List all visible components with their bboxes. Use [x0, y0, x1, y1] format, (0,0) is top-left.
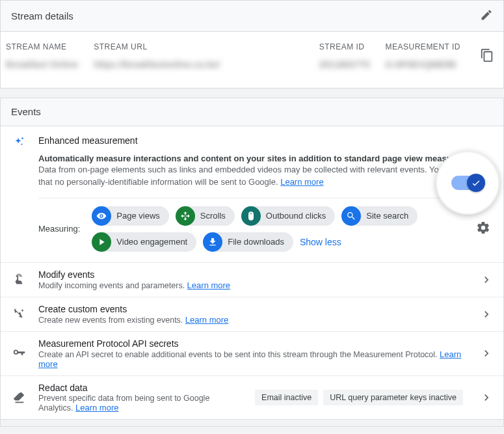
stream-id-col: STREAM ID 2011802775 — [319, 42, 370, 70]
sparkle-icon — [11, 135, 27, 252]
learn-more-link[interactable]: Learn more — [187, 280, 230, 290]
svg-point-0 — [21, 137, 23, 139]
stream-id-value: 2011802775 — [319, 59, 370, 70]
pencil-icon — [480, 8, 493, 21]
chip-outbound-clicks: Outbound clicks — [241, 206, 336, 226]
check-icon — [471, 178, 481, 188]
row-title: Modify events — [38, 269, 468, 280]
chip-file-downloads: File downloads — [203, 232, 293, 252]
chevron-right-icon — [480, 347, 493, 360]
svg-point-1 — [21, 144, 22, 145]
enhanced-measurement-section: Enhanced measurement Automatically measu… — [1, 126, 503, 262]
sparkle-cursor-icon — [12, 307, 26, 321]
stream-name-label: STREAM NAME — [6, 42, 78, 51]
search-icon — [346, 211, 356, 221]
touch-icon — [12, 273, 26, 287]
row-title: Create custom events — [38, 304, 468, 314]
enhanced-title: Enhanced measurement — [38, 135, 493, 146]
measurement-id-col: MEASUREMENT ID G-0P0EVQME9B — [386, 42, 460, 70]
copy-icon — [480, 48, 494, 62]
gear-icon — [476, 221, 490, 235]
chevron-right-icon — [480, 308, 493, 321]
stream-details-body: STREAM NAME Breakfast Online STREAM URL … — [1, 32, 503, 88]
enhanced-learn-more-link[interactable]: Learn more — [280, 177, 323, 187]
measuring-settings-button[interactable] — [473, 218, 493, 239]
copy-measurement-id-button[interactable] — [476, 44, 498, 68]
row-create-custom-events[interactable]: Create custom events Create new events f… — [1, 297, 503, 331]
chip-scrolls: Scrolls — [176, 206, 235, 226]
key-icon — [12, 346, 26, 360]
erase-icon — [12, 390, 26, 405]
mouse-icon — [246, 211, 256, 221]
chip-video-engagement: Video engagement — [92, 232, 196, 252]
measuring-chips: Page views Scrolls Outbound clicks Site … — [92, 206, 462, 252]
stream-details-title: Stream details — [11, 10, 73, 21]
measurement-id-value: G-0P0EVQME9B — [386, 59, 460, 70]
row-title: Measurement Protocol API secrets — [38, 338, 468, 349]
stream-url-value: https://breakfastonline.co.ke/ — [94, 59, 303, 70]
measuring-row: Measuring: Page views Scrolls Outbound c… — [38, 198, 493, 252]
stream-details-header: Stream details — [1, 1, 503, 32]
play-icon — [96, 237, 107, 247]
row-title: Redact data — [38, 383, 243, 393]
eye-icon — [96, 211, 107, 221]
enhanced-toggle[interactable] — [451, 176, 484, 190]
chevron-right-icon — [480, 391, 493, 404]
measuring-label: Measuring: — [38, 224, 80, 234]
tag-email-inactive: Email inactive — [255, 390, 318, 405]
enhanced-desc: Data from on-page elements such as links… — [38, 165, 492, 187]
enhanced-toggle-spotlight — [436, 151, 499, 215]
events-title: Events — [11, 106, 41, 117]
events-header: Events — [0, 98, 504, 126]
scroll-icon — [180, 211, 191, 221]
stream-url-label: STREAM URL — [94, 42, 303, 51]
stream-name-col: STREAM NAME Breakfast Online — [6, 42, 78, 70]
row-redact-data[interactable]: Redact data Prevent specific data from b… — [1, 375, 503, 419]
download-icon — [207, 237, 218, 247]
stream-details-card: Stream details STREAM NAME Breakfast Onl… — [0, 0, 504, 88]
learn-more-link[interactable]: Learn more — [75, 403, 118, 413]
learn-more-link[interactable]: Learn more — [185, 315, 228, 325]
row-modify-events[interactable]: Modify events Modify incoming events and… — [1, 262, 503, 297]
enhanced-bold: Automatically measure interactions and c… — [38, 154, 483, 163]
stream-id-label: STREAM ID — [319, 42, 370, 51]
chip-site-search: Site search — [341, 206, 418, 226]
tag-url-inactive: URL query parameter keys inactive — [323, 390, 463, 405]
stream-name-value: Breakfast Online — [6, 59, 78, 70]
stream-url-col: STREAM URL https://breakfastonline.co.ke… — [94, 42, 303, 70]
row-api-secrets[interactable]: Measurement Protocol API secrets Create … — [1, 331, 503, 375]
chip-page-views: Page views — [92, 206, 168, 226]
events-card: Enhanced measurement Automatically measu… — [0, 126, 504, 419]
chevron-right-icon — [480, 273, 493, 286]
edit-stream-button[interactable] — [480, 8, 493, 23]
show-less-link[interactable]: Show less — [300, 237, 341, 247]
redact-tags: Email inactive URL query parameter keys … — [255, 390, 463, 405]
measurement-id-label: MEASUREMENT ID — [386, 42, 460, 51]
footer-spacer — [0, 419, 504, 427]
